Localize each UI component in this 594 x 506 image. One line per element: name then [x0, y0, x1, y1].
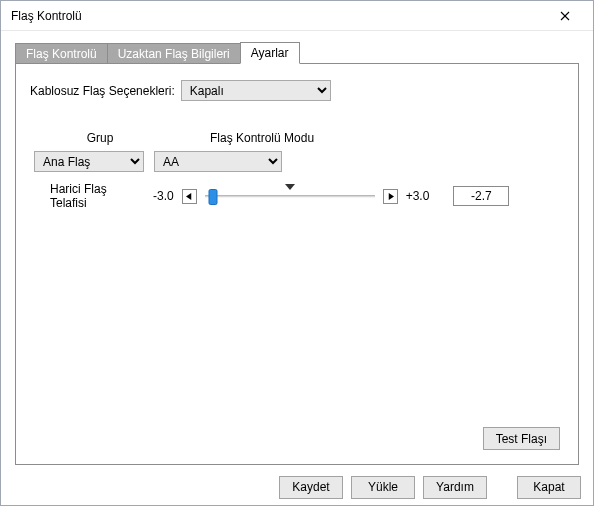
compensation-value: -2.7: [453, 186, 509, 206]
header-mode: Flaş Kontrolü Modu: [210, 131, 330, 145]
triangle-left-icon: [186, 193, 193, 200]
decrement-button[interactable]: [182, 189, 197, 204]
titlebar: Flaş Kontrolü: [1, 1, 593, 31]
dialog-footer: Kaydet Yükle Yardım Kapat: [1, 471, 593, 505]
triangle-right-icon: [387, 193, 394, 200]
svg-marker-4: [388, 193, 393, 200]
load-button[interactable]: Yükle: [351, 476, 415, 499]
mode-select[interactable]: AA: [154, 151, 282, 172]
save-button[interactable]: Kaydet: [279, 476, 343, 499]
column-headers: Grup Flaş Kontrolü Modu: [50, 131, 564, 145]
tab-remote-flash-info[interactable]: Uzaktan Flaş Bilgileri: [107, 43, 241, 64]
wireless-row: Kablosuz Flaş Seçenekleri: Kapalı: [30, 80, 564, 101]
compensation-max: +3.0: [406, 189, 430, 203]
tab-bar: Flaş Kontrolü Uzaktan Flaş Bilgileri Aya…: [15, 41, 579, 63]
header-group: Grup: [50, 131, 150, 145]
close-icon: [560, 11, 570, 21]
content-area: Flaş Kontrolü Uzaktan Flaş Bilgileri Aya…: [1, 31, 593, 471]
wireless-label: Kablosuz Flaş Seçenekleri:: [30, 84, 175, 98]
tab-settings[interactable]: Ayarlar: [240, 42, 300, 64]
slider-thumb[interactable]: [209, 189, 218, 205]
increment-button[interactable]: [383, 189, 398, 204]
group-select[interactable]: Ana Flaş: [34, 151, 144, 172]
group-mode-row: Ana Flaş AA: [34, 151, 564, 172]
compensation-row: Harici Flaş Telafisi -3.0: [50, 182, 564, 210]
window-title: Flaş Kontrolü: [11, 9, 545, 23]
wireless-select[interactable]: Kapalı: [181, 80, 331, 101]
tab-panel-settings: Kablosuz Flaş Seçenekleri: Kapalı Grup F…: [15, 63, 579, 465]
compensation-min: -3.0: [153, 189, 174, 203]
close-button[interactable]: [545, 2, 585, 30]
slider-center-tick: [285, 184, 295, 190]
close-dialog-button[interactable]: Kapat: [517, 476, 581, 499]
compensation-slider[interactable]: [205, 184, 375, 208]
compensation-label: Harici Flaş Telafisi: [50, 182, 145, 210]
svg-marker-2: [186, 193, 191, 200]
dialog-window: Flaş Kontrolü Flaş Kontrolü Uzaktan Flaş…: [0, 0, 594, 506]
test-row: Test Flaşı: [30, 427, 564, 454]
slider-track: [205, 195, 375, 198]
test-flash-button[interactable]: Test Flaşı: [483, 427, 560, 450]
svg-marker-3: [285, 184, 295, 190]
help-button[interactable]: Yardım: [423, 476, 487, 499]
tab-flash-control[interactable]: Flaş Kontrolü: [15, 43, 108, 64]
